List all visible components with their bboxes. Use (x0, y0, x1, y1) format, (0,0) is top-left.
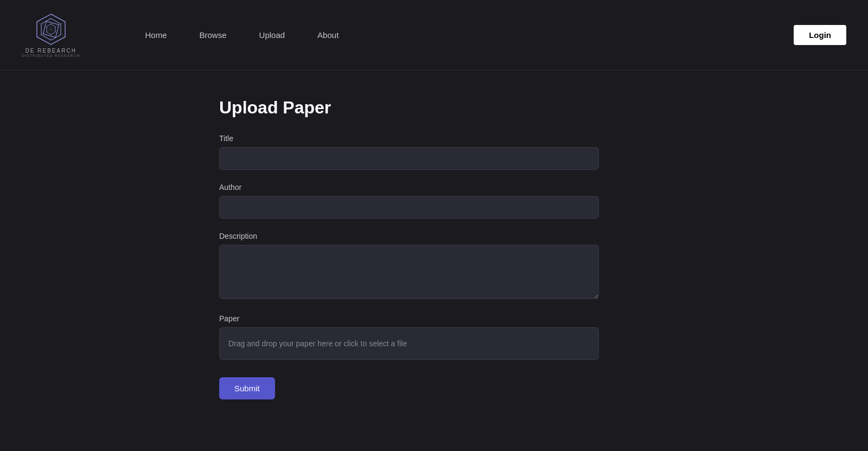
nav-home[interactable]: Home (145, 30, 167, 40)
file-drop-zone[interactable]: Drag and drop your paper here or click t… (219, 327, 599, 360)
paper-group: Paper Drag and drop your paper here or c… (219, 314, 868, 360)
author-label: Author (219, 183, 868, 192)
title-input[interactable] (219, 147, 599, 170)
nav-browse[interactable]: Browse (200, 30, 227, 40)
nav-links: Home Browse Upload About (145, 30, 794, 40)
author-input[interactable] (219, 196, 599, 219)
title-label: Title (219, 134, 868, 143)
navbar: DE REBEARCH DISTRIBUTED RESEARCH Home Br… (0, 0, 868, 71)
nav-upload[interactable]: Upload (259, 30, 285, 40)
logo[interactable]: DE REBEARCH DISTRIBUTED RESEARCH (22, 13, 80, 58)
paper-label: Paper (219, 314, 868, 323)
author-group: Author (219, 183, 868, 219)
nav-about[interactable]: About (317, 30, 339, 40)
login-button[interactable]: Login (794, 25, 846, 45)
upload-form: Title Author Description Paper Drag and … (219, 134, 868, 399)
file-drop-text: Drag and drop your paper here or click t… (228, 339, 407, 348)
brand-name: DE REBEARCH (25, 48, 76, 54)
description-group: Description (219, 232, 868, 301)
brand-sub: DISTRIBUTED RESEARCH (22, 54, 80, 58)
page-title: Upload Paper (219, 98, 868, 118)
logo-icon (35, 13, 67, 46)
submit-button[interactable]: Submit (219, 377, 275, 399)
main-content: Upload Paper Title Author Description Pa… (0, 71, 868, 427)
title-group: Title (219, 134, 868, 170)
description-label: Description (219, 232, 868, 240)
description-textarea[interactable] (219, 245, 599, 299)
